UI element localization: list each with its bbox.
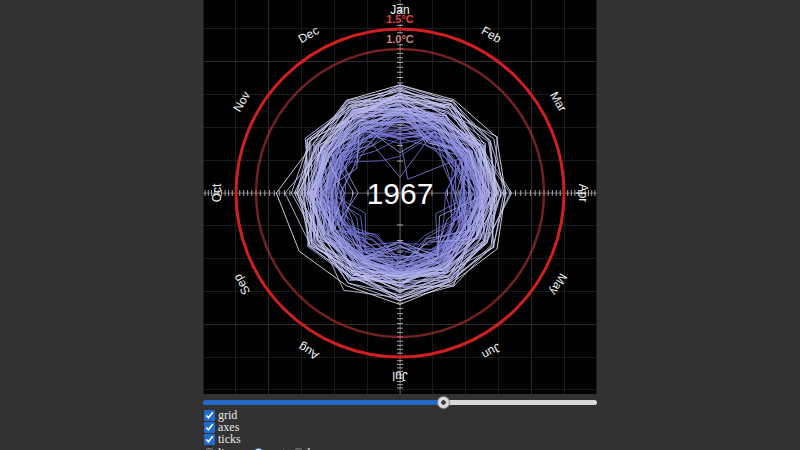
month-label-jul: Jul [392,369,407,383]
toggle-row-axes: axes [204,422,597,433]
ticks-checkbox[interactable] [204,434,215,445]
month-label-oct: Oct [210,183,224,202]
year-slider[interactable] [203,396,597,409]
month-label-dec: Dec [296,23,321,46]
grid-checkbox[interactable] [204,410,215,421]
scale-option-sqrt: sqrt [253,446,285,450]
month-label-jan: Jan [390,3,409,17]
climate-spiral-app: 1.0°C1.5°CJanFebMarAprMayJunJulAugSepOct… [203,0,597,450]
display-toggles: gridaxesticks [204,410,597,445]
month-label-apr: Apr [576,184,590,203]
center-year-label: 1967 [367,177,434,210]
month-label-nov: Nov [230,89,253,114]
ticks-checkbox-label: ticks [218,432,241,446]
month-label-may: May [547,271,570,298]
month-label-feb: Feb [479,23,504,46]
month-label-jun: Jun [480,340,504,362]
chart-canvas: 1.0°C1.5°CJanFebMarAprMayJunJulAugSepOct… [203,0,597,394]
axes-checkbox[interactable] [204,422,215,433]
scale-option-linear: linear [204,446,245,450]
toggle-row-ticks: ticks [204,434,597,445]
month-label-aug: Aug [296,340,321,363]
climate-spiral-chart: 1.0°C1.5°CJanFebMarAprMayJunJulAugSepOct… [203,0,597,394]
scale-options: linearsqrtlog [204,446,597,450]
scale-radio-label-sqrt: sqrt [267,446,285,450]
month-label-mar: Mar [547,89,569,114]
scale-radio-label-log: log [307,446,322,450]
scale-radio-label-linear: linear [218,446,245,450]
scale-option-log: log [293,446,322,450]
month-label-sep: Sep [230,271,253,297]
ring-label-1.0°C: 1.0°C [386,33,414,45]
toggle-row-grid: grid [204,410,597,421]
